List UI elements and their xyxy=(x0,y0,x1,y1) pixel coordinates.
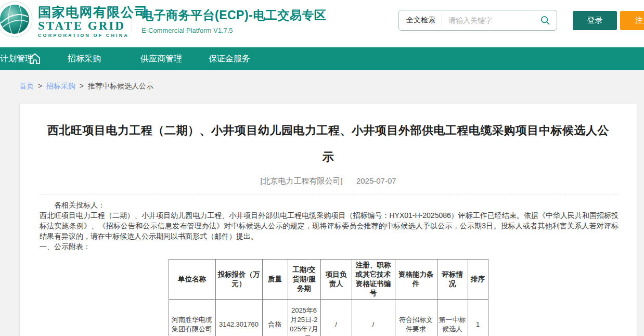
breadcrumb-current: 推荐中标候选人公示 xyxy=(88,82,153,90)
login-button[interactable]: 登录 xyxy=(573,11,617,30)
table-cell: 1 xyxy=(468,300,488,336)
column-header: 项目负责人 xyxy=(320,260,352,300)
section-label: 一、公示附表： xyxy=(40,241,619,252)
breadcrumb: 首页 > 招标采购 > 推荐中标候选人公示 xyxy=(19,82,153,91)
results-table: 单位名称投标报价（万元）质量工期/交货期/服务期项目负责人注册、职称或其它技术资… xyxy=(169,259,488,336)
body-paragraph: 西北旺项目电力工程（二期）、小井项目幼儿园电力工程、小井项目外部供电工程电缆采购… xyxy=(40,210,619,241)
header-divider xyxy=(132,8,132,31)
main-navbar: 计划管理 招标采购 供应商管理 保证金服务 xyxy=(0,47,644,70)
column-header: 单位名称 xyxy=(169,260,215,300)
table-cell: / xyxy=(320,300,352,336)
announcement-body: 各相关投标人： 西北旺项目电力工程（二期）、小井项目幼儿园电力工程、小井项目外部… xyxy=(40,200,619,252)
search-scope-selector[interactable]: 全文检索 xyxy=(399,16,442,25)
column-header: 质量 xyxy=(262,260,288,300)
state-grid-logo-icon xyxy=(0,1,33,37)
announcement-panel: 西北旺项目电力工程（二期）、小井项目幼儿园电力工程、小井项目外部供电工程电缆采购… xyxy=(19,103,637,336)
breadcrumb-separator: > xyxy=(80,82,84,90)
breadcrumb-separator: > xyxy=(38,82,42,90)
salutation: 各相关投标人： xyxy=(40,200,619,210)
search-icon[interactable] xyxy=(540,15,550,25)
table-cell: 3142.301760 xyxy=(215,300,262,336)
column-header: 资格能力条件 xyxy=(395,260,437,300)
dashed-separator xyxy=(40,195,619,195)
table-cell: 第一中标候选人 xyxy=(437,300,468,336)
search-input[interactable] xyxy=(442,16,540,24)
nav-item-supplier-management[interactable]: 供应商管理 xyxy=(140,47,182,70)
table-cell: 合格 xyxy=(262,300,288,336)
top-header: 国家电网有限公司 STATE GRID CORPORATION OF CHINA… xyxy=(0,0,644,47)
publisher-name: [北京电力工程有限公司] xyxy=(260,176,342,185)
nav-item-plan-management[interactable]: 计划管理 xyxy=(0,47,33,70)
nav-item-bidding-procurement[interactable]: 招标采购 xyxy=(68,47,101,70)
register-button[interactable]: 注册 xyxy=(620,11,644,30)
table-row: 河南胜华电缆集团有限公司3142.301760合格2025年6月25日-2025… xyxy=(169,300,488,336)
brand-name-sub: CORPORATION OF CHINA xyxy=(38,33,148,38)
nav-item-deposit-service[interactable]: 保证金服务 xyxy=(209,47,250,70)
platform-title: 电子商务平台(ECP)-电工交易专区 xyxy=(141,7,326,23)
platform-subtitle: E-Commercial Platform V1.7.5 xyxy=(141,27,326,34)
column-header: 工期/交货期/服务期 xyxy=(288,260,320,300)
breadcrumb-bidding[interactable]: 招标采购 xyxy=(46,82,75,90)
table-cell: 河南胜华电缆集团有限公司 xyxy=(169,300,215,336)
announcement-meta: [北京电力工程有限公司] 2025-07-07 xyxy=(20,176,637,186)
table-header-row: 单位名称投标报价（万元）质量工期/交货期/服务期项目负责人注册、职称或其它技术资… xyxy=(169,260,488,300)
table-cell: 2025年6月25日-2025年7月10日 xyxy=(288,300,320,336)
column-header: 评标情况 xyxy=(437,260,468,300)
search-box: 全文检索 xyxy=(398,10,557,31)
column-header: 投标报价（万元） xyxy=(215,260,262,300)
table-cell: / xyxy=(352,300,395,336)
announcement-title: 西北旺项目电力工程（二期）、小井项目幼儿园电力工程、小井项目外部供电工程电缆采购… xyxy=(42,117,615,170)
table-cell: 符合招标文件要求 xyxy=(395,300,437,336)
column-header: 排序 xyxy=(468,260,488,300)
platform-block: 电子商务平台(ECP)-电工交易专区 E-Commercial Platform… xyxy=(141,7,326,34)
column-header: 注册、职称或其它技术资格证书编号 xyxy=(352,260,395,300)
breadcrumb-home[interactable]: 首页 xyxy=(19,82,34,90)
publish-date: 2025-07-07 xyxy=(356,176,396,185)
